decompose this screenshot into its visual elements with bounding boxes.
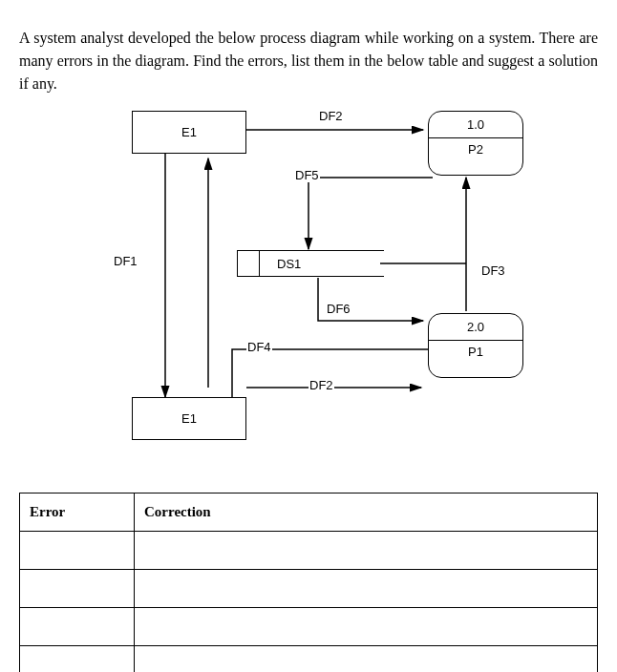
flow-label-df1: DF1 <box>113 254 138 268</box>
flow-label-df2-top: DF2 <box>318 109 344 123</box>
flow-label-df4: DF4 <box>246 340 272 354</box>
entity-label: E1 <box>181 411 197 426</box>
datastore-id-box <box>237 250 260 277</box>
cell-error[interactable] <box>20 608 135 646</box>
process-name: P2 <box>429 137 522 160</box>
intro-paragraph: A system analyst developed the below pro… <box>19 27 598 95</box>
entity-label: E1 <box>181 125 197 139</box>
header-error: Error <box>20 494 135 532</box>
process-diagram: E1 E1 1.0 P2 2.0 P1 DS1 DF2 DF5 DF1 DF3 … <box>41 111 576 464</box>
process-2: 2.0 P1 <box>428 313 523 378</box>
cell-correction[interactable] <box>135 646 598 673</box>
process-id: 1.0 <box>467 112 484 132</box>
table-header-row: Error Correction <box>20 494 598 532</box>
table-row <box>20 532 598 570</box>
table-row <box>20 608 598 646</box>
process-1: 1.0 P2 <box>428 111 523 176</box>
cell-error[interactable] <box>20 646 135 673</box>
errors-table: Error Correction <box>19 493 598 672</box>
header-correction: Correction <box>135 494 598 532</box>
flow-label-df2-bottom: DF2 <box>308 378 334 392</box>
cell-correction[interactable] <box>135 532 598 570</box>
datastore-ds1: DS1 <box>237 250 384 277</box>
entity-e1-bottom: E1 <box>132 397 246 440</box>
process-id: 2.0 <box>467 314 484 334</box>
cell-correction[interactable] <box>135 608 598 646</box>
cell-correction[interactable] <box>135 570 598 608</box>
flow-label-df6: DF6 <box>326 302 351 316</box>
process-name: P1 <box>429 340 522 363</box>
cell-error[interactable] <box>20 532 135 570</box>
datastore-label: DS1 <box>277 257 301 271</box>
flow-label-df5: DF5 <box>294 168 320 182</box>
flow-label-df3: DF3 <box>480 263 506 278</box>
entity-e1-top: E1 <box>132 111 246 154</box>
table-row <box>20 570 598 608</box>
table-row <box>20 646 598 673</box>
cell-error[interactable] <box>20 570 135 608</box>
